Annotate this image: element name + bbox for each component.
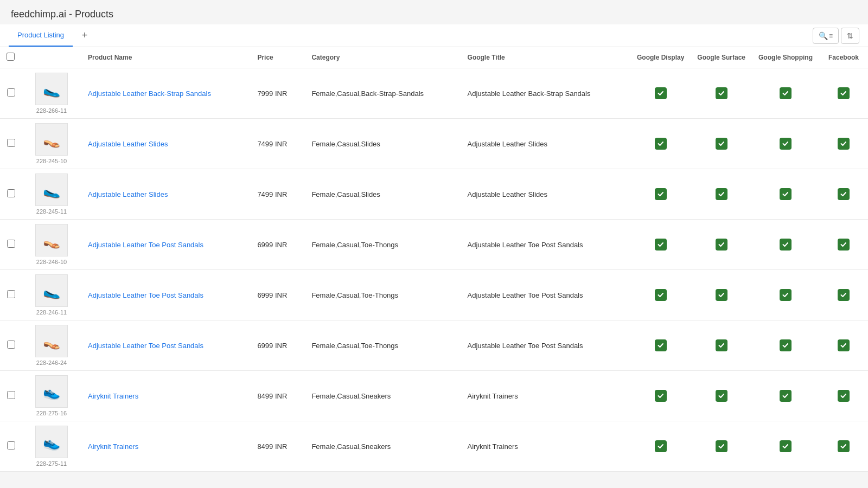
row-checkbox[interactable] [7, 441, 15, 450]
row-checkbox-cell [0, 421, 22, 472]
row-checkbox[interactable] [7, 189, 15, 197]
row-google-display-cell [630, 320, 691, 371]
row-category-cell: Female,Casual,Slides [305, 119, 461, 169]
sort-button[interactable]: ⇅ [841, 28, 859, 44]
svg-text:🥿: 🥿 [43, 81, 61, 98]
row-checkbox-cell [0, 371, 22, 421]
row-image-cell: 👟 228-275-16 [22, 371, 81, 421]
search-icon: 🔍 [819, 31, 828, 40]
row-facebook-cell [819, 320, 868, 371]
status-check-icon [716, 289, 727, 301]
status-check-icon [655, 87, 667, 99]
row-facebook-cell [819, 68, 868, 119]
row-image-cell: 🥿 228-246-11 [22, 270, 81, 320]
row-price-cell: 6999 INR [251, 270, 305, 320]
header-product-name: Product Name [81, 47, 251, 68]
table-row: 🥿 228-246-11Adjustable Leather Toe Post … [0, 270, 868, 320]
row-price-cell: 7499 INR [251, 169, 305, 220]
row-image-cell: 🥿 228-245-11 [22, 169, 81, 220]
status-check-icon [838, 239, 850, 251]
svg-text:🥿: 🥿 [43, 282, 61, 300]
row-google-shopping-cell [752, 270, 819, 320]
product-sku: 228-245-11 [36, 208, 67, 215]
product-thumbnail: 🥿 [35, 73, 68, 105]
product-thumbnail: 👡 [35, 224, 68, 256]
row-image-cell: 👡 228-246-24 [22, 320, 81, 371]
status-check-icon [780, 390, 792, 402]
row-google-display-cell [630, 220, 691, 270]
status-check-icon [780, 339, 792, 351]
row-checkbox[interactable] [7, 391, 15, 399]
product-sku: 228-246-10 [36, 259, 67, 265]
table-row: 🥿 228-245-11Adjustable Leather Slides749… [0, 169, 868, 220]
row-checkbox[interactable] [7, 290, 15, 298]
select-all-checkbox[interactable] [7, 53, 15, 61]
toolbar-actions: 🔍 ≡ ⇅ [813, 28, 859, 44]
product-thumbnail: 👟 [35, 426, 68, 458]
product-name-link[interactable]: Adjustable Leather Toe Post Sandals [88, 342, 203, 350]
header-google-surface: Google Surface [691, 47, 752, 68]
products-table-wrapper: Product Name Price Category Google Title… [0, 47, 868, 472]
tab-bar: Product Listing + 🔍 ≡ ⇅ [0, 24, 868, 47]
tab-list: Product Listing + [9, 24, 92, 47]
row-image-cell: 👡 228-246-10 [22, 220, 81, 270]
row-category-cell: Female,Casual,Toe-Thongs [305, 220, 461, 270]
row-checkbox[interactable] [7, 139, 15, 147]
row-checkbox-cell [0, 320, 22, 371]
header-category: Category [305, 47, 461, 68]
filter-icon: ≡ [829, 32, 833, 40]
row-name-cell: Airyknit Trainers [81, 371, 251, 421]
row-google-shopping-cell [752, 371, 819, 421]
table-row: 👟 228-275-11Airyknit Trainers8499 INRFem… [0, 421, 868, 472]
row-google-shopping-cell [752, 320, 819, 371]
status-check-icon [838, 440, 850, 452]
product-name-link[interactable]: Adjustable Leather Toe Post Sandals [88, 291, 203, 299]
header-image [22, 47, 81, 68]
product-thumbnail: 🥿 [35, 174, 68, 206]
svg-text:👟: 👟 [43, 434, 61, 451]
row-category-cell: Female,Casual,Slides [305, 169, 461, 220]
product-name-link[interactable]: Adjustable Leather Toe Post Sandals [88, 241, 203, 249]
svg-text:👟: 👟 [43, 383, 61, 401]
status-check-icon [655, 339, 667, 351]
row-price-cell: 7999 INR [251, 68, 305, 119]
row-checkbox-cell [0, 270, 22, 320]
row-checkbox[interactable] [7, 88, 15, 97]
row-facebook-cell [819, 169, 868, 220]
product-name-link[interactable]: Adjustable Leather Slides [88, 140, 168, 148]
tab-product-listing[interactable]: Product Listing [9, 24, 73, 47]
product-name-link[interactable]: Airyknit Trainers [88, 442, 138, 451]
row-google-title-cell: Airyknit Trainers [461, 421, 630, 472]
row-name-cell: Adjustable Leather Toe Post Sandals [81, 270, 251, 320]
status-check-icon [716, 239, 727, 251]
row-google-title-cell: Adjustable Leather Slides [461, 169, 630, 220]
status-check-icon [655, 239, 667, 251]
row-category-cell: Female,Casual,Toe-Thongs [305, 270, 461, 320]
table-row: 👡 228-246-10Adjustable Leather Toe Post … [0, 220, 868, 270]
row-google-display-cell [630, 119, 691, 169]
add-tab-button[interactable]: + [77, 28, 92, 43]
row-facebook-cell [819, 119, 868, 169]
products-table: Product Name Price Category Google Title… [0, 47, 868, 472]
row-google-title-cell: Adjustable Leather Toe Post Sandals [461, 320, 630, 371]
product-name-link[interactable]: Adjustable Leather Back-Strap Sandals [88, 89, 211, 98]
search-filter-button[interactable]: 🔍 ≡ [813, 28, 839, 44]
status-check-icon [716, 440, 727, 452]
table-row: 🥿 228-266-11Adjustable Leather Back-Stra… [0, 68, 868, 119]
product-thumbnail: 👡 [35, 123, 68, 156]
product-name-link[interactable]: Adjustable Leather Slides [88, 190, 168, 198]
row-google-display-cell [630, 371, 691, 421]
row-google-display-cell [630, 68, 691, 119]
row-google-shopping-cell [752, 421, 819, 472]
product-name-link[interactable]: Airyknit Trainers [88, 392, 138, 400]
row-checkbox[interactable] [7, 240, 15, 248]
row-facebook-cell [819, 371, 868, 421]
row-checkbox[interactable] [7, 341, 15, 349]
svg-text:🥿: 🥿 [43, 182, 61, 199]
row-google-title-cell: Airyknit Trainers [461, 371, 630, 421]
row-image-cell: 👡 228-245-10 [22, 119, 81, 169]
status-check-icon [655, 138, 667, 150]
svg-text:👡: 👡 [43, 232, 61, 249]
status-check-icon [838, 87, 850, 99]
page-header: feedchimp.ai - Products [0, 0, 868, 24]
